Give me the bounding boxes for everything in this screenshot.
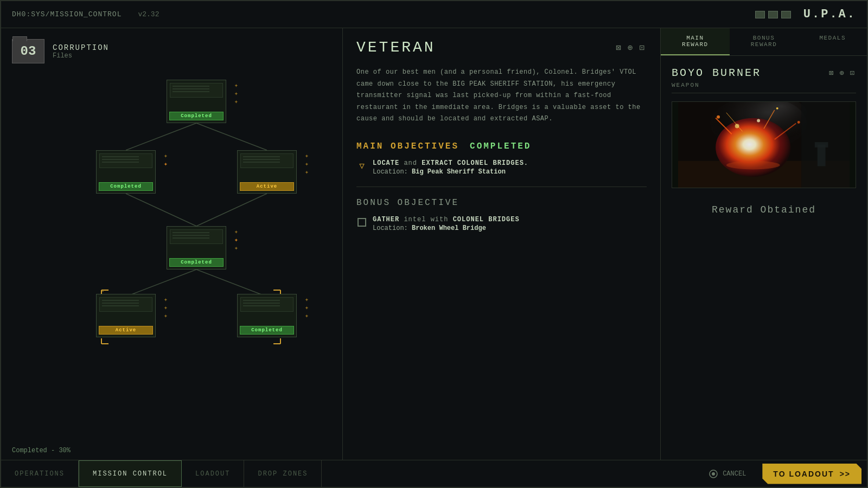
mission-folder: 03 CORRUPTION Files: [12, 39, 331, 63]
loadout-button[interactable]: TO LOADOUT >>: [762, 464, 861, 484]
folder-number: 03: [21, 44, 36, 59]
bottom-nav: OPERATIONS MISSION CONTROL LOADOUT DROP …: [1, 460, 867, 487]
middle-panel: VETERAN ⊠ ⊕ ⊡ One of our best men (and a…: [343, 28, 661, 460]
folder-info: CORRUPTION Files: [53, 43, 109, 60]
mission-tree: Completed ✦ ✦ ✦ Completed ✦ ✦: [12, 80, 331, 362]
cancel-icon: [709, 469, 718, 479]
maximize-icon[interactable]: [768, 11, 778, 18]
title-icons: ⊠ ⊕ ⊡: [616, 42, 647, 53]
reward-type: WEAPON: [672, 82, 856, 93]
nav-drop-zones-label: DROP ZONES: [258, 470, 308, 478]
settings-icon[interactable]: ⊕: [628, 42, 635, 53]
mission-title: VETERAN ⊠ ⊕ ⊡: [356, 39, 647, 56]
node-badge-6: Completed: [240, 326, 294, 335]
nav-mission-control[interactable]: MISSION CONTROL: [79, 460, 182, 487]
svg-line-0: [126, 123, 196, 150]
tab-main-reward[interactable]: MAINREWARD: [661, 28, 730, 55]
svg-rect-31: [818, 145, 826, 166]
cancel-button[interactable]: CANCEL: [698, 460, 757, 487]
section-divider: [356, 187, 647, 187]
node-stars-6: ✦ ✦ ✦: [305, 297, 309, 319]
info-icon[interactable]: ⊠: [616, 42, 623, 53]
objectives-status: COMPLETED: [470, 142, 531, 151]
nav-loadout[interactable]: LOADOUT: [182, 460, 244, 487]
node-badge-2: Completed: [99, 182, 153, 191]
reward-info-icon[interactable]: ⊠: [829, 68, 835, 78]
completion-text: Completed - 30%: [12, 447, 71, 454]
node-badge-4: Completed: [169, 258, 224, 267]
star: ✦: [164, 153, 168, 159]
minimize-icon[interactable]: [755, 11, 765, 18]
reward-expand-icon[interactable]: ⊡: [850, 68, 856, 78]
svg-line-1: [196, 123, 267, 150]
mission-node-5[interactable]: Active ✦ ✦ ✦: [96, 294, 156, 337]
star: ✦: [305, 313, 309, 319]
logo: U.P.A.: [803, 8, 856, 21]
cancel-label: CANCEL: [723, 470, 746, 478]
node-stars-5: ✦ ✦ ✦: [164, 297, 168, 319]
bonus-section: BONUS OBJECTIVE GATHER intel with COLONE…: [356, 198, 647, 232]
node-badge-1: Completed: [169, 112, 224, 120]
star: ✦: [305, 305, 309, 311]
node-card-2: Completed: [96, 150, 156, 194]
mission-node-1[interactable]: Completed ✦ ✦ ✦: [167, 80, 226, 123]
svg-line-4: [126, 269, 196, 297]
mission-node-3[interactable]: Active ✦ ✦ ✦: [237, 150, 297, 194]
nav-mission-control-label: MISSION CONTROL: [93, 470, 168, 478]
node-card-5: Active: [96, 294, 156, 337]
location-name: Big Peak Sheriff Station: [412, 168, 506, 176]
tab-medals[interactable]: MEDALS: [798, 28, 867, 55]
svg-point-24: [717, 115, 720, 119]
objective-line1: LOCATE and EXTRACT COLONEL BRIDGES.: [373, 159, 528, 167]
completion-bar: Completed - 30%: [12, 447, 71, 454]
objective-item-1: ▽ LOCATE and EXTRACT COLONEL BRIDGES. Lo…: [356, 159, 647, 176]
star: ✦: [234, 229, 238, 235]
star: ✦: [234, 82, 238, 89]
node-stars-1: ✦ ✦ ✦: [234, 82, 238, 105]
bonus-checkbox[interactable]: [358, 218, 366, 227]
bonus-title: BONUS OBJECTIVE: [356, 198, 647, 208]
node-card-3: Active: [237, 150, 297, 194]
star: ✦: [164, 313, 168, 319]
folder-icon: 03: [12, 39, 44, 63]
reward-settings-icon[interactable]: ⊕: [839, 68, 845, 78]
nav-operations[interactable]: OPERATIONS: [1, 460, 79, 487]
mission-node-4[interactable]: Completed ✦ ✦ ✦: [167, 226, 226, 269]
star: ✦: [305, 161, 309, 168]
svg-point-34: [712, 472, 715, 476]
bonus-location-name: Broken Wheel Bridge: [412, 224, 486, 232]
node-card-1: Completed: [167, 80, 226, 123]
svg-point-25: [776, 107, 778, 110]
window-controls: [755, 11, 791, 18]
star: ✦: [164, 161, 168, 168]
objective-location: Location: Big Peak Sheriff Station: [373, 168, 528, 176]
objectives-section: MAIN OBJECTIVES COMPLETED ▽ LOCATE and E…: [356, 142, 647, 176]
mission-node-6[interactable]: Completed ✦ ✦ ✦: [237, 294, 297, 337]
svg-rect-32: [815, 142, 828, 147]
main-content: 03 CORRUPTION Files: [1, 28, 867, 460]
expand-icon[interactable]: ⊡: [639, 42, 647, 53]
svg-line-5: [196, 269, 267, 297]
mission-node-2[interactable]: Completed ✦ ✦: [96, 150, 156, 194]
app-container: DH0:SYS/MISSION_CONTROL v2.32 U.P.A. 03 …: [0, 0, 868, 488]
bonus-text-1: GATHER intel with COLONEL BRIDGES Locati…: [373, 216, 520, 232]
node-badge-5: Active: [99, 326, 153, 335]
node-stars-4: ✦ ✦ ✦: [234, 229, 238, 252]
reward-image: [672, 101, 856, 188]
svg-point-28: [757, 119, 760, 123]
star: ✦: [164, 297, 168, 303]
node-card-4: Completed: [167, 226, 226, 269]
reward-item-title: BOYO BURNER ⊠ ⊕ ⊡: [672, 67, 856, 79]
star: ✦: [234, 237, 238, 243]
bonus-icon-1: [356, 217, 367, 228]
nav-drop-zones[interactable]: DROP ZONES: [244, 460, 322, 487]
svg-point-26: [797, 121, 800, 124]
tab-bonus-reward[interactable]: BONUSREWARD: [730, 28, 799, 55]
bonus-line1: GATHER intel with COLONEL BRIDGES: [373, 216, 520, 223]
bonus-action: GATHER: [373, 216, 399, 223]
star: ✦: [164, 305, 168, 311]
star: ✦: [305, 153, 309, 159]
svg-line-2: [126, 194, 196, 226]
close-icon[interactable]: [781, 11, 791, 18]
bonus-item-1: GATHER intel with COLONEL BRIDGES Locati…: [356, 216, 647, 232]
